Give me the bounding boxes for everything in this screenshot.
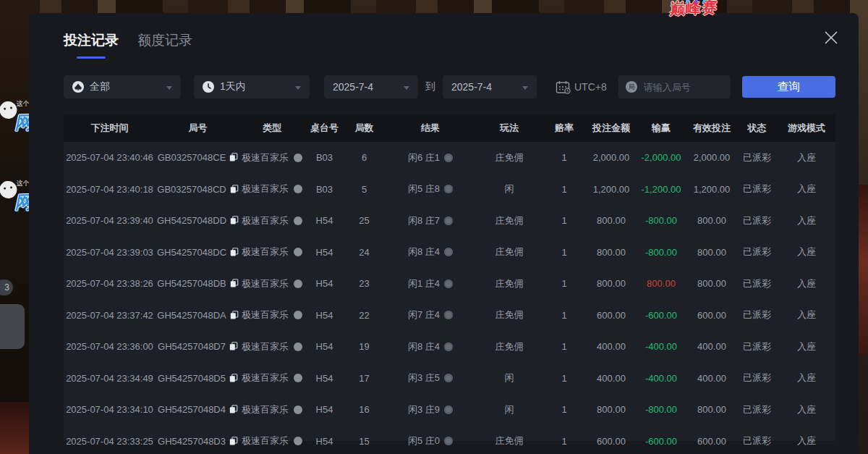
cell-play-type: 闲: [477, 394, 541, 426]
game-type-text: 极速百家乐: [242, 215, 289, 226]
game-id-text: GB03257048CE: [158, 152, 226, 163]
cell-bet-time: 2025-07-04 23:33:25: [64, 426, 156, 454]
cell-odds: 1: [541, 426, 587, 454]
game-id-search-input[interactable]: [642, 81, 723, 93]
cell-table-no: H54: [304, 300, 345, 332]
cell-bet-amount: 800.00: [587, 394, 635, 426]
tab-bet-records[interactable]: 投注记录: [64, 31, 119, 59]
table-row: 2025-07-04 23:36:00 GH54257048D7 极速百家乐 H…: [64, 331, 835, 363]
cell-play-type: 庄免佣: [477, 205, 541, 237]
cell-table-no: H54: [304, 205, 345, 237]
cell-play-type: 庄免佣: [477, 237, 541, 269]
cell-table-no: H54: [304, 426, 345, 454]
win-loss-value: -600.00: [645, 310, 677, 321]
cell-table-no: H54: [304, 363, 345, 395]
table-body: 2025-07-04 23:40:46 GB03257048CE 极速百家乐 B…: [64, 142, 835, 454]
copy-icon[interactable]: [229, 342, 238, 350]
copy-icon[interactable]: [230, 279, 239, 287]
cell-type: 极速百家乐: [240, 142, 304, 174]
cell-valid-bet: 800.00: [687, 268, 736, 300]
game-id-text: GB03257048CD: [157, 184, 226, 195]
table-row: 2025-07-04 23:39:03 GH54257048DC 极速百家乐 H…: [64, 237, 835, 269]
cell-rounds: 19: [345, 331, 383, 363]
cell-status: 已派彩: [736, 142, 778, 174]
timezone-indicator: UTC+8: [556, 80, 607, 94]
table-row: 2025-07-04 23:37:42 GH54257048DA 极速百家乐 H…: [64, 300, 835, 332]
live-video-icon: [294, 248, 302, 256]
copy-icon[interactable]: [230, 248, 239, 256]
cell-status: 已派彩: [736, 174, 778, 206]
background-right-edge: [858, 185, 868, 355]
cell-rounds: 15: [345, 426, 383, 454]
live-video-icon: [294, 279, 302, 288]
cell-bet-time: 2025-07-04 23:34:10: [64, 394, 156, 426]
live-video-icon: [294, 405, 302, 414]
time-range-dropdown[interactable]: 1天内: [194, 75, 310, 98]
copy-icon[interactable]: [230, 216, 239, 224]
result-cards-icon[interactable]: [444, 154, 453, 162]
copy-icon[interactable]: [229, 405, 238, 413]
tab-quota-records[interactable]: 额度记录: [137, 31, 192, 59]
table-row: 2025-07-04 23:38:26 GH54257048DB 极速百家乐 H…: [64, 268, 835, 300]
sticker-small-text: 这个: [16, 99, 29, 109]
result-cards-icon[interactable]: [444, 374, 453, 382]
cell-game-id: GH54257048DD: [156, 205, 240, 237]
cell-status: 已派彩: [736, 331, 778, 363]
table-header-row: 下注时间 局号 类型 桌台号 局数 结果 玩法 赔率 投注金额 输赢 有效投注 …: [64, 114, 835, 142]
win-loss-value: -800.00: [645, 404, 677, 415]
cell-game-mode: 入座: [778, 426, 835, 454]
cell-result: 闲8 庄7: [383, 205, 477, 237]
cell-game-id: GH54257048D5: [156, 363, 240, 395]
date-from-dropdown[interactable]: 2025-7-4: [324, 75, 418, 98]
table-row: 2025-07-04 23:34:10 GH54257048D4 极速百家乐 H…: [64, 394, 835, 426]
result-cards-icon[interactable]: [444, 248, 453, 256]
cell-type: 极速百家乐: [240, 237, 304, 269]
result-cards-icon[interactable]: [444, 185, 453, 193]
cell-bet-amount: 800.00: [587, 237, 635, 269]
cell-game-mode: 入座: [778, 142, 835, 174]
game-id-text: GH54257048DD: [157, 215, 226, 226]
copy-icon[interactable]: [230, 185, 239, 193]
cell-status: 已派彩: [736, 300, 778, 332]
close-icon[interactable]: [822, 29, 840, 46]
cell-type: 极速百家乐: [240, 205, 304, 237]
cell-result: 闲7 庄4: [383, 300, 477, 332]
result-cards-icon[interactable]: [444, 217, 453, 225]
live-video-icon: [294, 311, 302, 319]
game-type-text: 极速百家乐: [242, 152, 289, 163]
col-header-status: 状态: [736, 114, 778, 142]
cell-win-loss: -600.00: [635, 426, 687, 454]
game-id-text: GH54257048D4: [158, 404, 226, 415]
copy-icon[interactable]: [229, 437, 238, 445]
live-video-icon: [294, 185, 302, 193]
cell-rounds: 6: [345, 142, 383, 174]
cell-odds: 1: [541, 205, 587, 237]
cell-bet-amount: 800.00: [587, 205, 635, 237]
result-cards-icon[interactable]: [444, 279, 453, 288]
result-text: 闲3 庄9: [408, 404, 440, 415]
result-cards-icon[interactable]: [444, 311, 453, 319]
date-to-dropdown[interactable]: 2025-7-4: [443, 75, 537, 98]
col-header-win-loss: 输赢: [635, 114, 687, 142]
copy-icon[interactable]: [229, 374, 238, 382]
query-button[interactable]: 查询: [742, 76, 835, 98]
cell-bet-amount: 600.00: [587, 426, 635, 454]
copy-icon[interactable]: [230, 311, 239, 319]
cell-game-id: GH54257048DB: [156, 268, 240, 300]
win-loss-value: -400.00: [645, 341, 677, 352]
cell-game-id: GH54257048DA: [156, 300, 240, 332]
win-loss-value: -800.00: [645, 215, 677, 226]
win-loss-value: 800.00: [647, 278, 676, 289]
result-cards-icon[interactable]: [444, 437, 453, 445]
game-type-dropdown[interactable]: 全部: [64, 75, 181, 98]
result-cards-icon[interactable]: [444, 342, 453, 351]
cell-result: 闲5 庄0: [383, 426, 477, 454]
chevron-down-icon: [522, 86, 528, 93]
game-id-text: GH54257048DB: [157, 278, 226, 289]
result-text: 闲8 庄4: [408, 246, 440, 257]
col-header-table-no: 桌台号: [304, 114, 345, 142]
result-cards-icon[interactable]: [444, 405, 453, 414]
game-type-value: 全部: [90, 80, 110, 93]
win-loss-value: -400.00: [645, 373, 677, 384]
copy-icon[interactable]: [229, 153, 238, 161]
